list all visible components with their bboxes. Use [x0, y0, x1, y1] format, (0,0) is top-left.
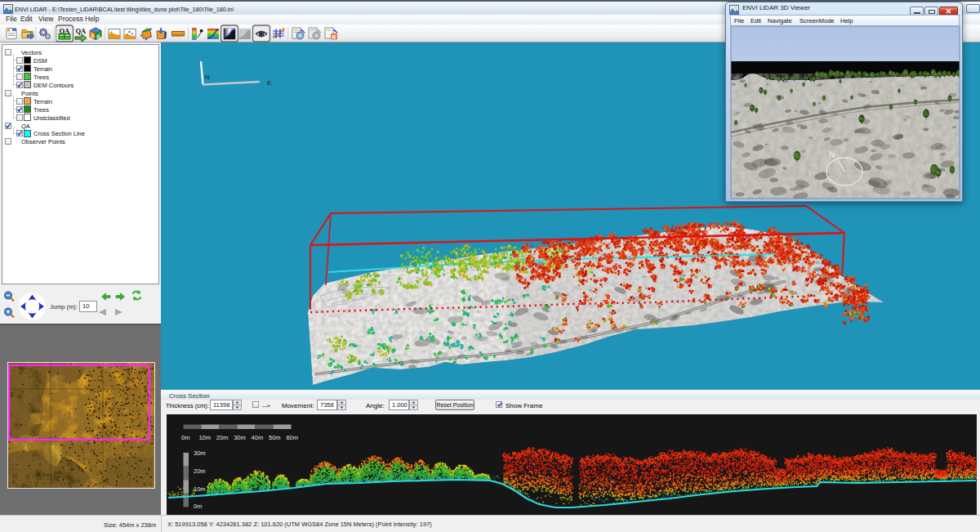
- svg-text:R: R: [332, 34, 336, 40]
- svg-text:20m: 20m: [216, 434, 229, 441]
- svg-text:D: D: [97, 34, 101, 39]
- svg-text:QA: QA: [76, 27, 87, 35]
- svg-text:30m: 30m: [194, 449, 206, 457]
- svg-text:0m: 0m: [181, 434, 189, 441]
- svg-text:40m: 40m: [252, 434, 264, 441]
- svg-text:30m: 30m: [234, 434, 246, 441]
- svg-text:N: N: [205, 74, 210, 81]
- svg-text:E: E: [267, 79, 271, 87]
- svg-text:50m: 50m: [269, 434, 281, 441]
- svg-text:10m: 10m: [198, 434, 211, 441]
- svg-text:N: N: [829, 150, 835, 159]
- svg-text:0m: 0m: [194, 503, 202, 510]
- svg-text:60m: 60m: [286, 434, 298, 441]
- svg-text:20m: 20m: [194, 467, 206, 475]
